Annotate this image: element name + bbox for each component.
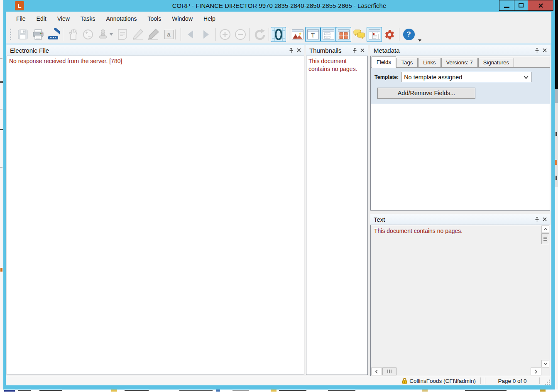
scroll-left-button[interactable] <box>371 368 382 375</box>
add-remove-fields-button[interactable]: Add/Remove Fields... <box>377 88 475 99</box>
pen-button[interactable] <box>130 27 145 42</box>
rotate-button[interactable] <box>252 27 267 42</box>
help-icon: ? <box>403 29 415 40</box>
metadata-panel: Metadata Fields Tags Links <box>370 45 550 211</box>
thumbnails-content[interactable]: This document contains no pages. <box>306 56 368 375</box>
thumbnails-pane-button[interactable] <box>336 27 351 42</box>
toolbar-separator <box>63 28 63 41</box>
chevron-down-icon <box>524 76 529 79</box>
server-error-message: No response received from the server. [7… <box>7 56 304 66</box>
highlighter-button[interactable] <box>145 27 161 42</box>
annotations-pane-icon <box>353 29 365 40</box>
image-pane-button[interactable] <box>290 27 305 42</box>
zoom-out-button[interactable] <box>232 27 248 42</box>
scroll-right-button[interactable] <box>531 368 541 375</box>
template-selected-value: No template assigned <box>404 74 524 81</box>
vertical-scrollbar[interactable] <box>541 225 549 368</box>
close-panel-icon[interactable] <box>541 216 548 223</box>
metadata-content: Fields Tags Links Versions: 7 Signatures… <box>370 56 550 211</box>
annotations-pane-button[interactable] <box>351 27 367 42</box>
previous-page-icon <box>186 29 195 39</box>
zoom-select-icon <box>82 28 94 41</box>
scan-button[interactable] <box>46 27 61 42</box>
tab-fields[interactable]: Fields <box>372 56 396 68</box>
toolbar-separator <box>250 28 250 41</box>
status-separator <box>539 377 540 384</box>
pin-icon[interactable] <box>534 47 540 54</box>
close-panel-icon[interactable] <box>296 47 302 54</box>
electronic-file-content[interactable]: No response received from the server. [7… <box>7 56 304 375</box>
template-label: Template: <box>374 74 399 80</box>
tab-signatures[interactable]: Signatures <box>478 58 514 67</box>
toolbar-separator <box>399 28 399 41</box>
metadata-tabstrip: Fields Tags Links Versions: 7 Signatures <box>371 56 550 68</box>
scroll-down-button[interactable] <box>541 360 549 368</box>
next-page-button[interactable] <box>198 27 213 42</box>
horizontal-scrollbar-thumb[interactable] <box>382 368 396 375</box>
save-icon <box>17 29 29 40</box>
repository-name: CollinsFoods (CFI\lfadmin) <box>409 378 476 384</box>
text-cursor-icon <box>175 29 176 39</box>
window-border-bottom <box>3 385 555 390</box>
pin-icon[interactable] <box>288 47 294 54</box>
minimize-button[interactable] <box>499 0 514 11</box>
text-annotation-button[interactable]: a <box>161 27 179 42</box>
text-content[interactable]: This document contains no pages. <box>370 225 550 376</box>
menu-edit[interactable]: Edit <box>31 12 52 26</box>
menu-file[interactable]: File <box>11 12 31 26</box>
pin-icon[interactable] <box>534 216 540 223</box>
fit-page-button[interactable] <box>271 27 286 42</box>
status-bar: CollinsFoods (CFI\lfadmin) Page 0 of 0 <box>6 376 551 385</box>
title-bar[interactable]: L CORP - FINANCE DIRECTOR 9970 2835-2840… <box>3 0 555 12</box>
text-panel: Text This document contains no pages. <box>370 214 550 375</box>
text-header: Text <box>370 214 550 225</box>
maximize-button[interactable] <box>514 0 528 11</box>
previous-page-button[interactable] <box>183 27 198 42</box>
zoom-out-icon <box>234 28 247 41</box>
stamp-dropdown-icon <box>110 33 113 36</box>
menu-window[interactable]: Window <box>166 12 198 26</box>
resize-grip[interactable] <box>544 379 550 385</box>
template-select[interactable]: No template assigned <box>401 72 531 82</box>
window-title: CORP - FINANCE DIRECTOR 9970 2835-2840-2… <box>3 0 555 12</box>
electronic-file-panel: Electronic File No response received fro… <box>7 45 304 375</box>
stamp-icon <box>98 29 109 40</box>
toolbar-overflow-icon[interactable] <box>418 39 421 42</box>
document-text-pane-icon <box>369 29 380 39</box>
metadata-header: Metadata <box>370 45 550 56</box>
text-pane-button[interactable]: T <box>305 27 321 42</box>
chevron-right-icon <box>535 370 537 374</box>
fields-pane-button[interactable] <box>321 27 336 42</box>
tab-versions[interactable]: Versions: 7 <box>441 58 478 67</box>
document-text-pane-button[interactable] <box>367 27 382 42</box>
sticky-note-button[interactable] <box>115 27 130 42</box>
horizontal-scrollbar[interactable] <box>371 368 541 375</box>
tab-tags[interactable]: Tags <box>396 58 418 67</box>
vertical-scrollbar-thumb[interactable] <box>541 233 549 244</box>
pan-button[interactable] <box>65 27 80 42</box>
options-gear-icon <box>384 29 395 40</box>
close-button[interactable] <box>528 0 553 11</box>
close-panel-icon[interactable] <box>359 47 365 54</box>
toolbar-grip[interactable] <box>10 29 12 40</box>
menu-view[interactable]: View <box>52 12 75 26</box>
main-area: Electronic File No response received fro… <box>6 43 551 376</box>
tab-links[interactable]: Links <box>418 58 441 67</box>
menu-tools[interactable]: Tools <box>142 12 167 26</box>
print-button[interactable] <box>30 27 46 42</box>
scroll-up-button[interactable] <box>541 225 549 233</box>
stamp-button[interactable] <box>95 27 115 42</box>
toolbar-separator <box>181 28 181 41</box>
zoom-in-button[interactable] <box>217 27 232 42</box>
options-button[interactable] <box>382 27 397 42</box>
close-panel-icon[interactable] <box>541 47 548 54</box>
text-annotation-icon: a <box>164 30 174 39</box>
menu-annotations[interactable]: Annotations <box>101 12 142 26</box>
help-button[interactable]: ? <box>401 27 416 42</box>
save-button[interactable] <box>15 27 30 42</box>
zoom-select-button[interactable] <box>80 27 95 42</box>
menu-tasks[interactable]: Tasks <box>75 12 101 26</box>
electronic-file-header: Electronic File <box>7 45 304 56</box>
menu-help[interactable]: Help <box>198 12 221 26</box>
pin-icon[interactable] <box>352 47 358 54</box>
